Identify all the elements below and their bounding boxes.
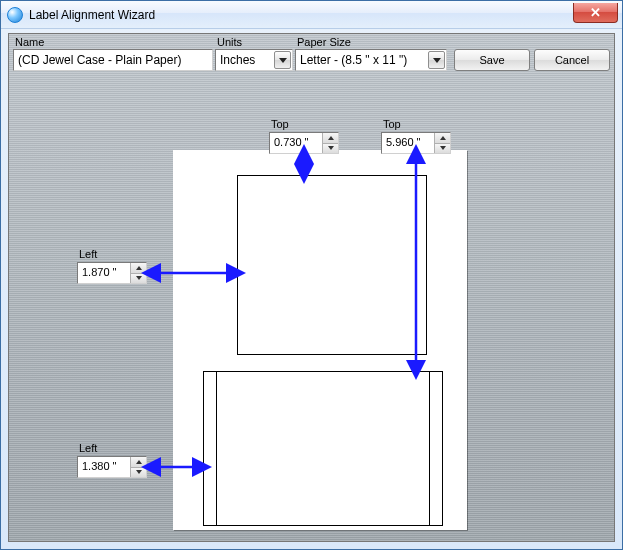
- left1-value: 1.870 ": [78, 263, 130, 283]
- paper-size-select[interactable]: Letter - (8.5 " x 11 "): [295, 49, 447, 71]
- save-button[interactable]: Save: [454, 49, 530, 71]
- close-icon: ✕: [590, 5, 601, 20]
- spine-line-right: [429, 372, 430, 525]
- left2-label: Left: [79, 442, 97, 454]
- toolbar: Name Units Inches Paper Size Letter - (8…: [9, 34, 614, 71]
- top2-value: 5.960 ": [382, 133, 434, 153]
- left1-increment[interactable]: [131, 263, 146, 274]
- top1-decrement[interactable]: [323, 144, 338, 154]
- paper-size-value: Letter - (8.5 " x 11 "): [300, 53, 407, 67]
- units-value: Inches: [220, 53, 255, 67]
- label-back: [203, 371, 443, 526]
- units-dropdown-button[interactable]: [274, 51, 291, 69]
- spine-line-left: [216, 372, 217, 525]
- titlebar: Label Alignment Wizard ✕: [1, 1, 622, 29]
- left1-label: Left: [79, 248, 97, 260]
- left2-increment[interactable]: [131, 457, 146, 468]
- top2-decrement[interactable]: [435, 144, 450, 154]
- left2-decrement[interactable]: [131, 468, 146, 478]
- units-label: Units: [215, 36, 293, 49]
- label-front: [237, 175, 427, 355]
- top2-spinner[interactable]: 5.960 ": [381, 132, 451, 154]
- chevron-up-icon: [328, 136, 334, 140]
- cancel-button[interactable]: Cancel: [534, 49, 610, 71]
- chevron-down-icon: [136, 276, 142, 280]
- left1-spinner[interactable]: 1.870 ": [77, 262, 147, 284]
- close-button[interactable]: ✕: [573, 3, 618, 23]
- window-title: Label Alignment Wizard: [29, 8, 155, 22]
- chevron-up-icon: [440, 136, 446, 140]
- chevron-up-icon: [136, 460, 142, 464]
- top1-value: 0.730 ": [270, 133, 322, 153]
- window-frame: Label Alignment Wizard ✕ Name Units Inch…: [0, 0, 623, 550]
- left1-decrement[interactable]: [131, 274, 146, 284]
- units-select[interactable]: Inches: [215, 49, 293, 71]
- top1-label: Top: [271, 118, 289, 130]
- content-panel: Name Units Inches Paper Size Letter - (8…: [8, 33, 615, 542]
- left2-value: 1.380 ": [78, 457, 130, 477]
- name-input[interactable]: [13, 49, 213, 71]
- top2-increment[interactable]: [435, 133, 450, 144]
- chevron-down-icon: [136, 470, 142, 474]
- top2-label: Top: [383, 118, 401, 130]
- app-icon: [7, 7, 23, 23]
- paper-label: Paper Size: [295, 36, 447, 49]
- paper-sheet: [173, 150, 467, 530]
- top1-spinner[interactable]: 0.730 ": [269, 132, 339, 154]
- preview-canvas: Top 0.730 " Top 5.960 " Left 1.87: [9, 78, 614, 541]
- chevron-down-icon: [279, 58, 287, 63]
- chevron-up-icon: [136, 266, 142, 270]
- chevron-down-icon: [328, 146, 334, 150]
- name-label: Name: [13, 36, 213, 49]
- top1-increment[interactable]: [323, 133, 338, 144]
- paper-dropdown-button[interactable]: [428, 51, 445, 69]
- chevron-down-icon: [433, 58, 441, 63]
- left2-spinner[interactable]: 1.380 ": [77, 456, 147, 478]
- chevron-down-icon: [440, 146, 446, 150]
